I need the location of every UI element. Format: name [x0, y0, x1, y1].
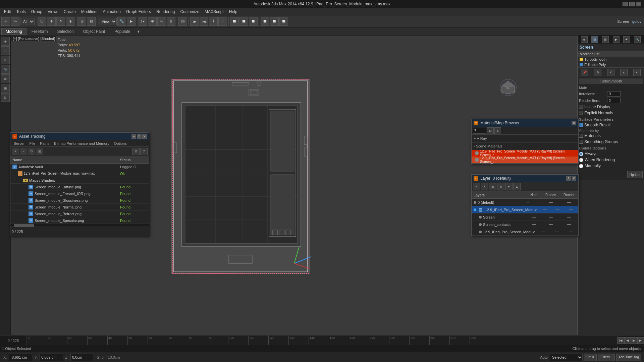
- mb-mat-editor-btn[interactable]: M: [487, 127, 494, 134]
- toolbar-anim-keying[interactable]: ⏮: [190, 17, 199, 26]
- pb-play[interactable]: ▶: [631, 337, 638, 344]
- lm-row-ipad-nested[interactable]: 12.9_iPad_Pro_Screen_Module: [472, 228, 578, 236]
- toolbar-extra1[interactable]: 🔲: [261, 17, 269, 26]
- lm-dash-hide-sc[interactable]: [532, 224, 536, 225]
- create-sys-btn[interactable]: ⚙: [1, 93, 10, 102]
- smoothing-groups-checkbox[interactable]: [579, 140, 583, 144]
- mb-scene-btn[interactable]: S: [494, 127, 501, 134]
- mb-scene-materials-header[interactable]: - Scene Materials: [472, 142, 578, 150]
- toolbar-snap[interactable]: ⊞: [77, 17, 86, 26]
- at-menu-options[interactable]: Options: [112, 141, 129, 146]
- toolbar-render[interactable]: ▶: [127, 17, 136, 26]
- render-iters-input[interactable]: [607, 98, 621, 103]
- pb-goto-start[interactable]: |◀: [618, 337, 624, 344]
- add-time-tag-btn[interactable]: Add Time Tag: [616, 354, 641, 361]
- at-row-fresnel[interactable]: M Screen_module_Fresnel_IOR.png Found: [10, 190, 149, 197]
- tab-object-paint[interactable]: Object Paint: [79, 28, 109, 35]
- lm-delete-btn[interactable]: ✕: [481, 183, 488, 190]
- menu-rendering[interactable]: Rendering: [154, 9, 177, 15]
- at-menu-paths[interactable]: Paths: [38, 141, 51, 146]
- isoline-checkbox[interactable]: [579, 105, 583, 109]
- asset-tracking-restore[interactable]: □: [137, 134, 142, 139]
- toolbar-scale[interactable]: ⬗: [66, 17, 74, 26]
- at-row-specular[interactable]: M Screen_module_Specular.png Found: [10, 217, 149, 224]
- mod-config-btn[interactable]: ⚙: [594, 69, 601, 76]
- materials-checkbox[interactable]: [579, 134, 583, 138]
- pb-prev-frame[interactable]: ◀: [624, 337, 631, 344]
- toolbar-render-setup[interactable]: 🔧: [117, 17, 126, 26]
- at-refresh-btn[interactable]: ↻: [28, 148, 35, 155]
- lm-row-default[interactable]: 0 (default) ✓: [472, 199, 578, 206]
- menu-views[interactable]: Views: [45, 9, 61, 15]
- lm-dash-render-default[interactable]: [567, 202, 571, 203]
- at-menu-server[interactable]: Server: [12, 141, 26, 146]
- lm-row-ipad[interactable]: 12.9_iPad_Pro_Screen_Module: [472, 206, 578, 214]
- at-menu-file[interactable]: File: [27, 141, 37, 146]
- always-radio[interactable]: [579, 152, 583, 156]
- lm-dash-freeze-screen[interactable]: [549, 217, 553, 218]
- menu-modifiers[interactable]: Modifiers: [78, 9, 100, 15]
- lm-row-screen[interactable]: Screen: [472, 214, 578, 221]
- lm-add-btn[interactable]: +: [473, 183, 480, 190]
- toolbar-extra3[interactable]: 🔲: [279, 17, 288, 26]
- mod-pin-btn[interactable]: 📌: [581, 69, 588, 76]
- create-helper-btn[interactable]: ⊕: [1, 74, 10, 83]
- at-row-refract[interactable]: M Screen_module_Refract.png Found: [10, 210, 149, 217]
- lm-expall-btn[interactable]: ▼: [505, 183, 513, 190]
- at-row-vault[interactable]: V Autodesk Vault Logged O...: [10, 164, 149, 170]
- coord-x-input[interactable]: [9, 354, 32, 361]
- toolbar-curve[interactable]: ⌇: [209, 17, 218, 26]
- sub-tab-extra[interactable]: ▼: [136, 29, 142, 34]
- lm-dash-hide-in[interactable]: [541, 232, 545, 232]
- close-btn[interactable]: ✕: [636, 2, 641, 6]
- asset-tracking-minimize[interactable]: ─: [131, 134, 136, 139]
- toolbar-isolate[interactable]: ⊞: [167, 17, 175, 26]
- at-row-glossiness[interactable]: M Screen_module_Glossiness.png Found: [10, 197, 149, 204]
- modifier-turbosmooth[interactable]: TurboSmooth: [578, 57, 644, 62]
- mod-up-btn[interactable]: ▲: [620, 69, 628, 76]
- create-space-btn[interactable]: ⊞: [1, 84, 10, 93]
- nav-cube[interactable]: Top: [500, 79, 517, 96]
- at-row-maps[interactable]: ▶ Maps / Shaders: [10, 177, 149, 184]
- lm-dash-freeze-sc[interactable]: [549, 224, 553, 225]
- goto-label[interactable]: gotov: [631, 19, 643, 23]
- toolbar-scene-states[interactable]: SS: [178, 17, 187, 26]
- at-settings-btn[interactable]: ⚙: [132, 148, 140, 155]
- rp-create-btn[interactable]: ◈: [581, 36, 588, 43]
- lm-dash-render-sc[interactable]: [567, 224, 571, 225]
- set-k-btn[interactable]: Set K: [584, 354, 597, 361]
- toolbar-dope[interactable]: ⌇: [218, 17, 227, 26]
- minimize-btn[interactable]: ─: [623, 2, 628, 6]
- menu-edit[interactable]: Edit: [1, 9, 14, 15]
- toolbar-env[interactable]: 🔲: [249, 17, 258, 26]
- toolbar-move[interactable]: ✛: [47, 17, 56, 26]
- toolbar-render2[interactable]: 🔲: [239, 17, 248, 26]
- lm-dash-hide-screen[interactable]: [532, 217, 536, 218]
- toolbar-rotate[interactable]: ↻: [56, 17, 65, 26]
- at-remove-btn[interactable]: −: [20, 148, 27, 155]
- rp-modify-btn[interactable]: ⊟: [591, 36, 598, 43]
- layer-dropdown[interactable]: All: [20, 18, 35, 25]
- pb-next-frame[interactable]: ▶|: [637, 337, 644, 344]
- update-btn[interactable]: Update: [627, 171, 643, 178]
- coord-z-input[interactable]: [70, 354, 94, 361]
- manually-radio[interactable]: [579, 164, 583, 168]
- smooth-result-checkbox[interactable]: [579, 123, 583, 127]
- mod-down-btn[interactable]: ▼: [633, 69, 641, 76]
- toolbar-mirror[interactable]: ⊟: [87, 17, 96, 26]
- menu-graph-editors[interactable]: Graph Editors: [123, 9, 154, 15]
- tab-populate[interactable]: Populate: [110, 28, 135, 35]
- toolbar-select[interactable]: ⬡: [38, 17, 46, 26]
- rp-hierarchy-btn[interactable]: ⊞: [602, 36, 609, 43]
- mb-close-btn[interactable]: ✕: [572, 121, 576, 125]
- toolbar-redo[interactable]: ↪: [11, 17, 19, 26]
- lm-row-screen-contacts[interactable]: Screen_contacts: [472, 221, 578, 228]
- at-menu-bitmap[interactable]: Bitmap Performance and Memory: [52, 141, 111, 146]
- filters-btn[interactable]: Filters...: [598, 354, 615, 361]
- menu-create[interactable]: Create: [61, 9, 78, 15]
- lm-dash-render-in[interactable]: [569, 232, 573, 232]
- toolbar-extra2[interactable]: 🔲: [270, 17, 279, 26]
- menu-customize[interactable]: Customize: [177, 9, 202, 15]
- view-dropdown[interactable]: View: [99, 18, 117, 25]
- create-light-btn[interactable]: ☀: [1, 56, 10, 64]
